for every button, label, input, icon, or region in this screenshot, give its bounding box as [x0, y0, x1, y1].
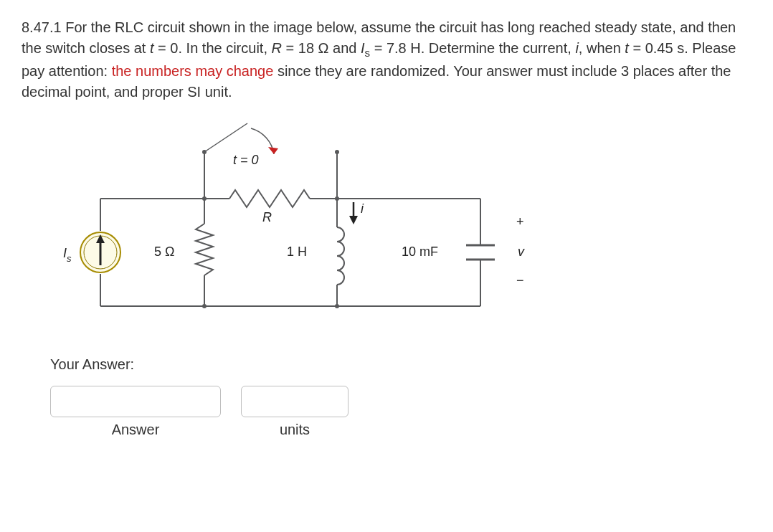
r-symbol: R [272, 40, 282, 56]
is-value-text: = 7.8 H. Determine the current, [374, 40, 572, 56]
svg-text:Is: Is [63, 246, 72, 264]
ohm-and: Ω and [318, 40, 357, 56]
problem-number: 8.47.1 [22, 19, 62, 35]
is-symbol-sub: s [365, 47, 371, 59]
eq-zero-text: = 0. In the circuit, [158, 40, 267, 56]
svg-point-30 [335, 196, 339, 201]
l-label: 1 H [287, 244, 307, 259]
plus-label: + [516, 214, 524, 229]
problem-statement: 8.47.1 For the RLC circuit shown in the … [22, 17, 751, 103]
answer-value-group: Answer [50, 386, 221, 438]
r5-label: 5 Ω [154, 244, 174, 259]
svg-point-31 [202, 304, 207, 308]
units-caption: units [280, 422, 310, 438]
units-group: units [241, 386, 348, 438]
c-label: 10 mF [402, 244, 438, 259]
t-symbol-2: t [625, 40, 629, 56]
svg-point-15 [202, 150, 207, 154]
i-arrow-label: i [361, 201, 364, 216]
svg-point-32 [335, 304, 339, 308]
circuit-diagram: Is 5 Ω t = 0 R 1 H i 10 mF + v − [50, 113, 751, 349]
your-answer-label: Your Answer: [50, 356, 751, 373]
when-text: , when [579, 40, 621, 56]
units-input[interactable] [241, 386, 348, 417]
t-symbol: t [150, 40, 154, 56]
svg-point-18 [335, 150, 339, 154]
answer-row: Answer units [50, 386, 751, 438]
r-value: = 18 [286, 40, 314, 56]
svg-marker-26 [349, 216, 358, 224]
is-label-sub: s [67, 253, 72, 264]
answer-caption: Answer [112, 422, 160, 438]
r-on-diagram: R [262, 210, 272, 224]
svg-line-14 [204, 123, 247, 152]
switch-label: t = 0 [233, 153, 259, 167]
answer-input[interactable] [50, 386, 221, 417]
warning-text: the numbers may change [112, 63, 274, 79]
minus-label: − [516, 273, 524, 288]
v-label: v [518, 244, 525, 259]
svg-point-29 [202, 196, 207, 201]
svg-marker-16 [268, 147, 278, 154]
